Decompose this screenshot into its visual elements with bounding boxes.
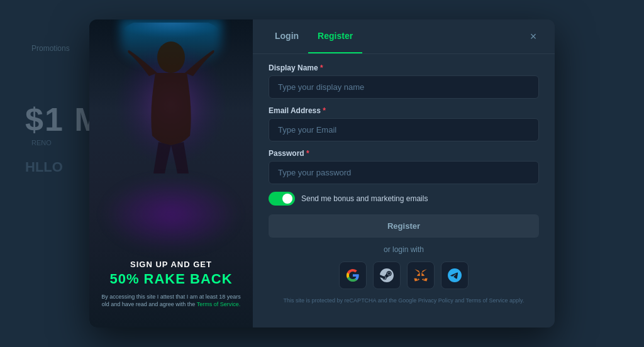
register-button[interactable]: Register: [269, 214, 539, 238]
tab-login[interactable]: Login: [265, 19, 308, 53]
password-group: Password *: [269, 149, 539, 184]
display-name-label: Display Name *: [269, 63, 539, 72]
email-required: *: [321, 106, 326, 115]
purple-glow-effect: [102, 177, 240, 252]
email-label: Email Address *: [269, 106, 539, 115]
modal-left-content: SIGN UP AND GET 50% RAKE BACK By accessi…: [89, 260, 253, 309]
display-name-required: *: [318, 63, 323, 72]
form-content: Display Name * Email Address * Password …: [253, 54, 555, 328]
close-button[interactable]: ×: [525, 28, 542, 45]
telegram-login-button[interactable]: [441, 262, 469, 289]
google-login-button[interactable]: [339, 262, 367, 289]
signup-bonus: 50% RAKE BACK: [99, 272, 243, 287]
telegram-icon: [448, 268, 462, 282]
password-input[interactable]: [269, 161, 539, 184]
social-login-icons: [269, 262, 539, 289]
tabs-header: Login Register ×: [253, 19, 555, 54]
password-label: Password *: [269, 149, 539, 158]
metamask-icon: [414, 268, 428, 282]
tab-register[interactable]: Register: [308, 19, 362, 53]
toggle-track: [269, 192, 295, 206]
signup-terms: By accessing this site I attest that I a…: [99, 293, 243, 309]
email-group: Email Address *: [269, 106, 539, 141]
svg-point-2: [157, 41, 185, 73]
display-name-group: Display Name *: [269, 63, 539, 99]
or-login-divider: or login with: [269, 245, 539, 254]
steam-login-button[interactable]: [373, 262, 401, 289]
modal-container: SIGN UP AND GET 50% RAKE BACK By accessi…: [89, 19, 555, 328]
metamask-login-button[interactable]: [407, 262, 435, 289]
terms-link[interactable]: Terms of Service.: [197, 301, 241, 307]
password-required: *: [304, 149, 309, 158]
signup-title: SIGN UP AND GET: [99, 260, 243, 269]
modal-left-panel: SIGN UP AND GET 50% RAKE BACK By accessi…: [89, 19, 253, 328]
fighter-illustration: [102, 23, 240, 174]
toggle-thumb: [282, 194, 292, 204]
steam-icon: [380, 268, 394, 282]
marketing-toggle[interactable]: [269, 192, 295, 206]
display-name-input[interactable]: [269, 75, 539, 99]
modal-right-panel: Login Register × Display Name * Email Ad…: [253, 19, 555, 328]
email-input[interactable]: [269, 118, 539, 141]
marketing-toggle-row: Send me bonus and marketing emails: [269, 192, 539, 206]
google-icon: [346, 268, 360, 282]
toggle-label: Send me bonus and marketing emails: [301, 194, 428, 203]
recaptcha-notice: This site is protected by reCAPTCHA and …: [269, 297, 539, 305]
